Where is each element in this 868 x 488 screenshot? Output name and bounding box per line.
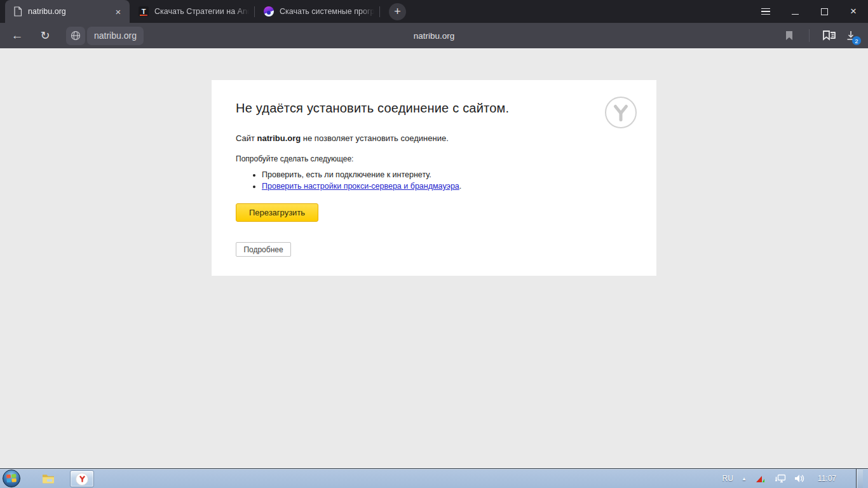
site-prefix: Сайт: [236, 133, 257, 143]
suggestion-item: Проверить настройки прокси-сервера и бра…: [262, 182, 632, 191]
suggestion-item: Проверить, есть ли подключение к интерне…: [262, 170, 632, 179]
toolbar: ← ↻ natribu.org natribu.org: [0, 23, 868, 48]
yandex-browser-icon: [76, 473, 88, 485]
minimize-icon: [792, 14, 799, 15]
tab-close-icon[interactable]: ×: [112, 5, 125, 18]
trashbox-t-icon: T: [139, 6, 149, 17]
suggestion-suffix: .: [459, 182, 461, 191]
downloads-button[interactable]: 2: [840, 25, 862, 46]
toolbar-divider: [809, 29, 810, 42]
proxy-settings-link[interactable]: Проверить настройки прокси-сервера и бра…: [262, 182, 459, 191]
error-site-line: Сайт natribu.org не позволяет установить…: [236, 133, 632, 143]
menu-button[interactable]: [751, 0, 780, 23]
error-title: Не удаётся установить соединение с сайто…: [236, 101, 632, 116]
reload-button[interactable]: ↻: [34, 25, 56, 46]
tab-title: natribu.org: [28, 7, 112, 16]
suggestions-list: Проверить, есть ли подключение к интерне…: [236, 170, 632, 191]
maximize-button[interactable]: [810, 0, 839, 23]
show-desktop-button[interactable]: [856, 469, 863, 488]
close-button[interactable]: ×: [839, 0, 868, 23]
page-icon: [13, 6, 22, 17]
collections-button[interactable]: [818, 25, 840, 46]
globe-icon: [71, 30, 81, 41]
bookmark-icon: [785, 30, 794, 41]
collections-icon: [822, 29, 837, 42]
site-suffix: не позволяет установить соединение.: [301, 133, 449, 143]
new-tab-button[interactable]: +: [389, 3, 406, 20]
reload-icon: ↻: [40, 29, 50, 43]
minimize-button[interactable]: [780, 0, 810, 23]
language-indicator[interactable]: RU: [722, 474, 733, 483]
maximize-icon: [821, 8, 828, 15]
windows-logo-icon: [6, 473, 17, 484]
address-bar[interactable]: natribu.org: [87, 27, 144, 45]
tab-strategies[interactable]: T Скачать Стратегии на And: [130, 0, 254, 23]
reload-page-button[interactable]: Перезагрузить: [236, 203, 318, 222]
downloads-badge: 2: [852, 36, 861, 45]
yandex-y-icon: [609, 101, 632, 124]
details-button[interactable]: Подробнее: [236, 242, 291, 257]
tab-natribu[interactable]: natribu.org ×: [5, 0, 130, 23]
tab-title: Скачать системные прогр: [280, 7, 374, 16]
close-icon: ×: [850, 5, 857, 18]
network-icon[interactable]: [775, 473, 786, 484]
page-content: Не удаётся установить соединение с сайто…: [0, 48, 868, 468]
site-name: natribu.org: [257, 133, 301, 143]
try-heading: Попробуйте сделать следующее:: [236, 154, 632, 163]
yandex-browser-logo: [605, 97, 637, 128]
window-controls: ×: [751, 0, 868, 23]
system-tray: RU ▲ 11:07: [722, 469, 868, 488]
site-info-button[interactable]: [66, 27, 85, 45]
taskbar: RU ▲ 11:07: [0, 468, 868, 488]
eye-logo-icon: [264, 6, 274, 17]
hamburger-icon: [761, 8, 770, 15]
suggestion-text: Проверить, есть ли подключение к интерне…: [262, 170, 431, 179]
volume-icon[interactable]: [794, 473, 806, 484]
yandex-browser-taskbar-button[interactable]: [70, 470, 94, 487]
tab-divider: [379, 6, 380, 17]
tab-strip: natribu.org × T Скачать Стратегии на And…: [0, 0, 868, 23]
back-icon: ←: [11, 29, 24, 43]
back-button[interactable]: ←: [6, 25, 28, 46]
clock[interactable]: 11:07: [818, 474, 836, 483]
tab-title: Скачать Стратегии на And: [154, 7, 249, 16]
tray-expand-icon[interactable]: ▲: [742, 476, 747, 482]
folder-icon: [42, 473, 55, 484]
explorer-button[interactable]: [36, 469, 61, 488]
toolbar-right: 2: [778, 25, 862, 46]
tab-system-programs[interactable]: Скачать системные прогр: [255, 0, 379, 23]
connection-error-card: Не удаётся установить соединение с сайто…: [212, 80, 656, 276]
tray-app-icon[interactable]: [755, 473, 766, 484]
start-button[interactable]: [3, 470, 20, 487]
bookmark-button[interactable]: [778, 25, 800, 46]
